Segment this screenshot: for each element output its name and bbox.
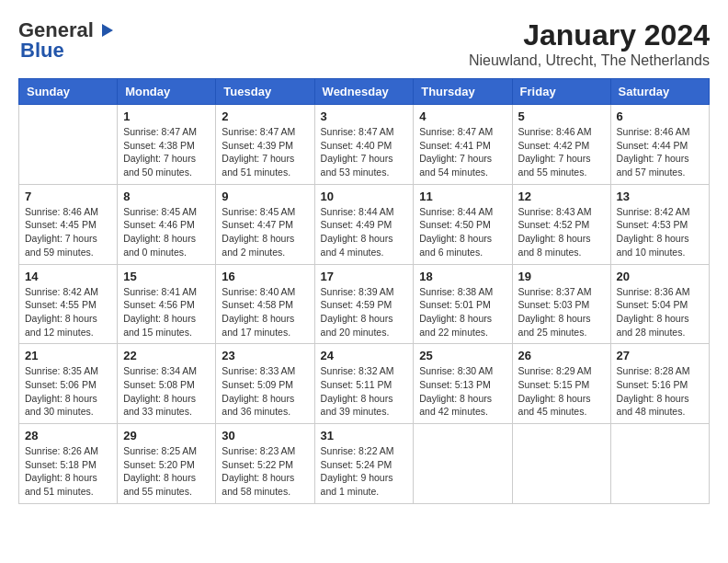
calendar-header-row: SundayMondayTuesdayWednesdayThursdayFrid… <box>19 79 710 105</box>
day-info: Sunrise: 8:43 AM Sunset: 4:52 PM Dayligh… <box>518 205 605 259</box>
calendar-day-cell: 5Sunrise: 8:46 AM Sunset: 4:42 PM Daylig… <box>512 105 610 185</box>
calendar-day-cell: 26Sunrise: 8:29 AM Sunset: 5:15 PM Dayli… <box>512 344 610 424</box>
day-info: Sunrise: 8:29 AM Sunset: 5:15 PM Dayligh… <box>518 364 605 419</box>
weekday-header: Sunday <box>19 79 118 105</box>
day-number: 20 <box>617 270 703 283</box>
calendar-day-cell: 13Sunrise: 8:42 AM Sunset: 4:53 PM Dayli… <box>610 184 709 264</box>
calendar-day-cell: 3Sunrise: 8:47 AM Sunset: 4:40 PM Daylig… <box>314 105 414 185</box>
day-number: 19 <box>518 270 605 283</box>
calendar-day-cell: 19Sunrise: 8:37 AM Sunset: 5:03 PM Dayli… <box>512 264 610 344</box>
logo-blue: Blue <box>20 39 64 63</box>
day-info: Sunrise: 8:46 AM Sunset: 4:42 PM Dayligh… <box>518 125 605 179</box>
weekday-header: Wednesday <box>314 79 414 105</box>
day-info: Sunrise: 8:36 AM Sunset: 5:04 PM Dayligh… <box>617 285 703 339</box>
day-number: 7 <box>25 190 111 203</box>
calendar-day-cell: 22Sunrise: 8:34 AM Sunset: 5:08 PM Dayli… <box>118 344 216 424</box>
calendar-day-cell <box>414 424 512 504</box>
day-number: 13 <box>617 190 703 203</box>
calendar-week-row: 14Sunrise: 8:42 AM Sunset: 4:55 PM Dayli… <box>19 264 710 344</box>
calendar-day-cell <box>19 105 118 185</box>
day-number: 15 <box>123 270 210 283</box>
calendar-week-row: 7Sunrise: 8:46 AM Sunset: 4:45 PM Daylig… <box>19 184 710 264</box>
day-number: 9 <box>222 190 308 203</box>
day-info: Sunrise: 8:45 AM Sunset: 4:47 PM Dayligh… <box>222 205 308 259</box>
day-info: Sunrise: 8:25 AM Sunset: 5:20 PM Dayligh… <box>123 444 210 499</box>
day-number: 31 <box>321 429 408 442</box>
day-info: Sunrise: 8:46 AM Sunset: 4:44 PM Dayligh… <box>617 125 703 179</box>
calendar-day-cell: 6Sunrise: 8:46 AM Sunset: 4:44 PM Daylig… <box>610 105 709 185</box>
day-info: Sunrise: 8:45 AM Sunset: 4:46 PM Dayligh… <box>123 205 210 259</box>
calendar-day-cell: 23Sunrise: 8:33 AM Sunset: 5:09 PM Dayli… <box>216 344 314 424</box>
day-info: Sunrise: 8:42 AM Sunset: 4:53 PM Dayligh… <box>617 205 703 259</box>
day-number: 25 <box>419 349 506 362</box>
day-info: Sunrise: 8:40 AM Sunset: 4:58 PM Dayligh… <box>222 285 308 339</box>
calendar-day-cell: 16Sunrise: 8:40 AM Sunset: 4:58 PM Dayli… <box>216 264 314 344</box>
day-info: Sunrise: 8:22 AM Sunset: 5:24 PM Dayligh… <box>321 444 408 499</box>
calendar-table: SundayMondayTuesdayWednesdayThursdayFrid… <box>18 78 710 504</box>
day-number: 1 <box>123 109 210 123</box>
day-number: 26 <box>518 349 605 362</box>
day-info: Sunrise: 8:47 AM Sunset: 4:38 PM Dayligh… <box>123 125 210 179</box>
weekday-header: Thursday <box>414 79 512 105</box>
day-number: 8 <box>123 190 210 203</box>
day-info: Sunrise: 8:23 AM Sunset: 5:22 PM Dayligh… <box>222 444 308 499</box>
svg-marker-0 <box>102 24 113 37</box>
day-info: Sunrise: 8:47 AM Sunset: 4:40 PM Dayligh… <box>321 125 408 179</box>
calendar-day-cell <box>610 424 709 504</box>
day-number: 16 <box>222 270 308 283</box>
day-number: 12 <box>518 190 605 203</box>
page-header: General Blue January 2024 Nieuwland, Utr… <box>18 18 710 69</box>
day-number: 21 <box>25 349 111 362</box>
day-number: 4 <box>419 109 506 123</box>
day-number: 23 <box>222 349 308 362</box>
day-info: Sunrise: 8:30 AM Sunset: 5:13 PM Dayligh… <box>419 364 506 419</box>
day-info: Sunrise: 8:34 AM Sunset: 5:08 PM Dayligh… <box>123 364 210 419</box>
day-number: 30 <box>222 429 308 442</box>
day-number: 2 <box>222 109 308 123</box>
calendar-day-cell: 12Sunrise: 8:43 AM Sunset: 4:52 PM Dayli… <box>512 184 610 264</box>
calendar-day-cell: 9Sunrise: 8:45 AM Sunset: 4:47 PM Daylig… <box>216 184 314 264</box>
calendar-day-cell: 21Sunrise: 8:35 AM Sunset: 5:06 PM Dayli… <box>19 344 118 424</box>
calendar-day-cell: 17Sunrise: 8:39 AM Sunset: 4:59 PM Dayli… <box>314 264 414 344</box>
calendar-week-row: 28Sunrise: 8:26 AM Sunset: 5:18 PM Dayli… <box>19 424 710 504</box>
day-number: 11 <box>419 190 506 203</box>
day-number: 6 <box>617 109 703 123</box>
calendar-day-cell: 31Sunrise: 8:22 AM Sunset: 5:24 PM Dayli… <box>314 424 414 504</box>
calendar-day-cell: 7Sunrise: 8:46 AM Sunset: 4:45 PM Daylig… <box>19 184 118 264</box>
calendar-day-cell: 18Sunrise: 8:38 AM Sunset: 5:01 PM Dayli… <box>414 264 512 344</box>
calendar-day-cell: 15Sunrise: 8:41 AM Sunset: 4:56 PM Dayli… <box>118 264 216 344</box>
day-info: Sunrise: 8:42 AM Sunset: 4:55 PM Dayligh… <box>25 285 111 339</box>
calendar-day-cell <box>512 424 610 504</box>
day-info: Sunrise: 8:47 AM Sunset: 4:39 PM Dayligh… <box>222 125 308 179</box>
day-info: Sunrise: 8:44 AM Sunset: 4:49 PM Dayligh… <box>321 205 408 259</box>
day-info: Sunrise: 8:38 AM Sunset: 5:01 PM Dayligh… <box>419 285 506 339</box>
weekday-header: Monday <box>118 79 216 105</box>
day-info: Sunrise: 8:41 AM Sunset: 4:56 PM Dayligh… <box>123 285 210 339</box>
calendar-day-cell: 8Sunrise: 8:45 AM Sunset: 4:46 PM Daylig… <box>118 184 216 264</box>
calendar-day-cell: 2Sunrise: 8:47 AM Sunset: 4:39 PM Daylig… <box>216 105 314 185</box>
day-number: 18 <box>419 270 506 283</box>
location-title: Nieuwland, Utrecht, The Netherlands <box>469 52 710 69</box>
calendar-week-row: 21Sunrise: 8:35 AM Sunset: 5:06 PM Dayli… <box>19 344 710 424</box>
day-info: Sunrise: 8:46 AM Sunset: 4:45 PM Dayligh… <box>25 205 111 259</box>
calendar-day-cell: 4Sunrise: 8:47 AM Sunset: 4:41 PM Daylig… <box>414 105 512 185</box>
day-number: 17 <box>321 270 408 283</box>
day-info: Sunrise: 8:37 AM Sunset: 5:03 PM Dayligh… <box>518 285 605 339</box>
calendar-day-cell: 29Sunrise: 8:25 AM Sunset: 5:20 PM Dayli… <box>118 424 216 504</box>
day-number: 5 <box>518 109 605 123</box>
day-info: Sunrise: 8:28 AM Sunset: 5:16 PM Dayligh… <box>617 364 703 419</box>
calendar-day-cell: 24Sunrise: 8:32 AM Sunset: 5:11 PM Dayli… <box>314 344 414 424</box>
calendar-day-cell: 27Sunrise: 8:28 AM Sunset: 5:16 PM Dayli… <box>610 344 709 424</box>
calendar-day-cell: 20Sunrise: 8:36 AM Sunset: 5:04 PM Dayli… <box>610 264 709 344</box>
day-number: 28 <box>25 429 111 442</box>
calendar-day-cell: 14Sunrise: 8:42 AM Sunset: 4:55 PM Dayli… <box>19 264 118 344</box>
day-info: Sunrise: 8:26 AM Sunset: 5:18 PM Dayligh… <box>25 444 111 499</box>
calendar-day-cell: 1Sunrise: 8:47 AM Sunset: 4:38 PM Daylig… <box>118 105 216 185</box>
weekday-header: Friday <box>512 79 610 105</box>
day-info: Sunrise: 8:35 AM Sunset: 5:06 PM Dayligh… <box>25 364 111 419</box>
day-info: Sunrise: 8:39 AM Sunset: 4:59 PM Dayligh… <box>321 285 408 339</box>
month-title: January 2024 <box>469 18 710 52</box>
day-number: 27 <box>617 349 703 362</box>
day-info: Sunrise: 8:47 AM Sunset: 4:41 PM Dayligh… <box>419 125 506 179</box>
day-number: 22 <box>123 349 210 362</box>
